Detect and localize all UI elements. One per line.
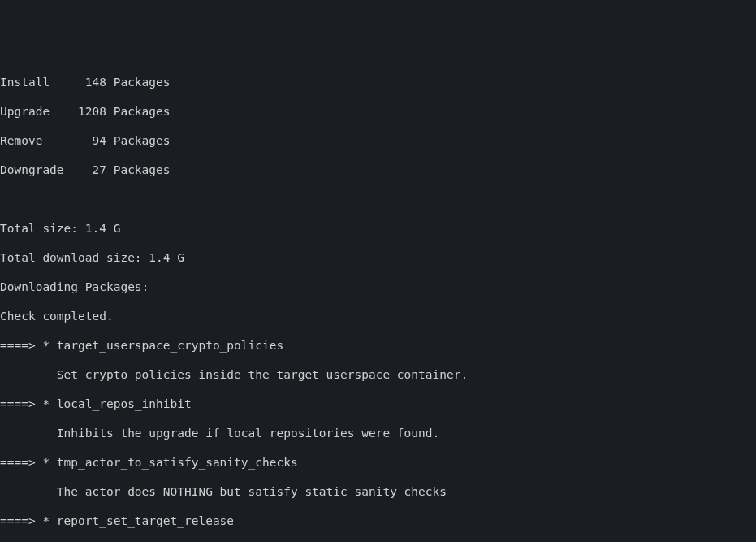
output-line: Set crypto policies inside the target us…: [0, 367, 756, 382]
output-line: The actor does NOTHING but satisfy stati…: [0, 484, 756, 499]
output-line: Upgrade 1208 Packages: [0, 104, 756, 119]
output-line: [0, 192, 756, 206]
output-line: Remove 94 Packages: [0, 133, 756, 148]
output-line: Total size: 1.4 G: [0, 221, 756, 236]
output-line: Inhibits the upgrade if local repositori…: [0, 426, 756, 440]
output-line: ====> * tmp_actor_to_satisfy_sanity_chec…: [0, 455, 756, 470]
output-line: ====> * local_repos_inhibit: [0, 397, 756, 411]
output-line: Total download size: 1.4 G: [0, 250, 756, 265]
output-line: Check completed.: [0, 309, 756, 323]
output-line: ====> * report_set_target_release: [0, 514, 756, 528]
output-line: Install 148 Packages: [0, 75, 756, 89]
output-line: Downloading Packages:: [0, 280, 756, 294]
output-line: ====> * target_userspace_crypto_policies: [0, 338, 756, 353]
output-line: Downgrade 27 Packages: [0, 163, 756, 177]
terminal-output: Install 148 Packages Upgrade 1208 Packag…: [0, 60, 756, 542]
